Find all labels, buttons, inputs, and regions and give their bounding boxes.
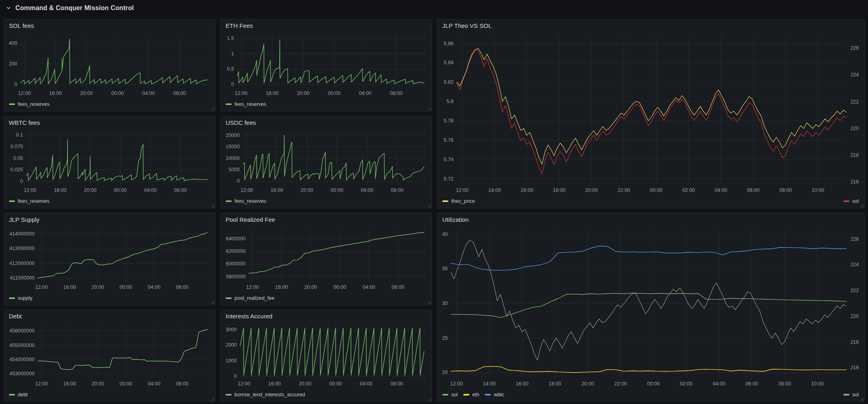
panel-resize-handle[interactable] (210, 397, 214, 401)
chart-eth-fees[interactable]: 00.511.512:0016:0020:0000:0004:0008:00 (223, 32, 430, 98)
svg-text:02:00: 02:00 (682, 187, 695, 193)
legend-series-color-chip (9, 103, 15, 105)
svg-text:00:00: 00:00 (650, 187, 663, 193)
svg-text:20:00: 20:00 (299, 381, 311, 387)
svg-text:20:00: 20:00 (91, 284, 104, 290)
panel-title-button[interactable]: JLP Theo VS SOL (437, 19, 864, 32)
legend-series-color-chip (226, 297, 232, 299)
panel-resize-handle[interactable] (210, 203, 214, 207)
panel-resize-handle[interactable] (860, 397, 864, 401)
legend-series-color-chip (226, 103, 232, 105)
legend-item-sol[interactable]: sol (843, 392, 859, 398)
svg-text:20:00: 20:00 (297, 90, 309, 96)
legend-item-wbtc[interactable]: wbtc (485, 392, 504, 398)
legend-item-fees_reserves[interactable]: fees_reserves (226, 198, 266, 204)
panel-resize-handle[interactable] (427, 397, 431, 401)
panel-title-button[interactable]: USDC fees (221, 116, 432, 128)
legend-item-borrow_lend_interests_accured[interactable]: borrow_lend_interests_accured (226, 392, 305, 398)
chart-pool-realized-fee[interactable]: 580000060000006200000640000012:0016:0020… (223, 225, 430, 292)
legend-item-pool_realized_fee[interactable]: pool_realized_fee (226, 295, 275, 301)
chevron-down-icon[interactable] (6, 5, 11, 11)
panel-title-button[interactable]: ETH Fees (221, 19, 432, 32)
chart-jlp-supply[interactable]: 41100000041200000041300000041400000012:0… (6, 225, 213, 292)
svg-text:16:00: 16:00 (63, 284, 76, 290)
panel-resize-handle[interactable] (210, 300, 214, 304)
svg-text:224: 224 (850, 72, 859, 78)
panel-resize-handle[interactable] (427, 106, 431, 110)
svg-text:22:00: 22:00 (614, 381, 627, 387)
svg-text:04:00: 04:00 (361, 187, 373, 193)
legend-eth-fees: fees_reserves (226, 100, 426, 108)
svg-text:14:00: 14:00 (488, 187, 501, 193)
chart-interests-accured[interactable]: 010002000300012:0016:0020:0000:0004:0008… (223, 322, 430, 389)
svg-text:16:00: 16:00 (63, 381, 76, 387)
svg-text:08:00: 08:00 (390, 90, 402, 96)
legend-series-name: eth (472, 392, 479, 398)
svg-text:1.5: 1.5 (227, 36, 234, 41)
legend-item-supply[interactable]: supply (9, 295, 32, 301)
chart-usdc-fees[interactable]: 0500010000150002000012:0016:0020:0000:00… (223, 128, 430, 195)
svg-text:00:00: 00:00 (647, 381, 659, 387)
panel-title-button[interactable]: WBTC fees (4, 116, 215, 128)
svg-text:08:00: 08:00 (778, 381, 791, 387)
svg-text:00:00: 00:00 (114, 187, 127, 193)
legend-item-fees_reserves[interactable]: fees_reserves (9, 198, 50, 204)
panel-title-button[interactable]: SOL fees (4, 19, 215, 32)
chart-sol-fees[interactable]: 020040012:0016:0020:0000:0004:0008:00 (6, 32, 213, 98)
legend-item-debt[interactable]: debt (9, 392, 27, 398)
svg-text:40: 40 (442, 231, 448, 237)
svg-text:413000000: 413000000 (9, 246, 35, 251)
svg-text:5.76: 5.76 (444, 137, 453, 143)
svg-text:3000: 3000 (226, 327, 237, 332)
legend-series-name: sol (852, 392, 859, 398)
panel-resize-handle[interactable] (427, 300, 431, 304)
panel-title-button[interactable]: JLP Supply (4, 213, 215, 225)
panel-title: JLP Supply (9, 216, 40, 223)
legend-item-sol[interactable]: sol (843, 198, 859, 204)
panel-resize-handle[interactable] (210, 106, 214, 110)
svg-text:16:00: 16:00 (516, 381, 528, 387)
panel-resize-handle[interactable] (427, 203, 431, 207)
svg-text:04:00: 04:00 (360, 381, 372, 387)
svg-text:222: 222 (850, 99, 859, 105)
svg-text:200: 200 (9, 61, 17, 67)
panel-title-button[interactable]: Utilization (437, 213, 864, 225)
svg-text:20: 20 (442, 370, 448, 375)
panel-title-button[interactable]: Debt (4, 310, 215, 322)
legend-item-fees_reserves[interactable]: fees_reserves (9, 101, 50, 107)
panel-interests-accured: Interests Accured 010002000300012:0016:0… (220, 309, 432, 402)
panel-title-button[interactable]: Pool Realized Fee (221, 213, 432, 225)
svg-text:2000: 2000 (226, 342, 237, 348)
svg-text:0.025: 0.025 (11, 167, 23, 173)
legend-item-eth[interactable]: eth (463, 392, 479, 398)
panel-title: WBTC fees (9, 119, 40, 126)
chart-wbtc-fees[interactable]: 00.0250.050.0750.112:0016:0020:0000:0004… (6, 128, 213, 195)
legend-item-sol[interactable]: sol (442, 392, 458, 398)
svg-text:00:00: 00:00 (111, 90, 124, 96)
chart-jlp-theo-vs-sol[interactable]: 5.725.745.765.785.85.825.845.86216218220… (439, 32, 862, 195)
legend-item-theo_price[interactable]: theo_price (442, 198, 475, 204)
svg-text:454000000: 454000000 (9, 357, 35, 362)
panel-resize-handle[interactable] (860, 203, 864, 207)
panel-title-button[interactable]: Interests Accured (221, 310, 432, 322)
svg-text:1000: 1000 (226, 358, 237, 364)
legend-series-name: wbtc (494, 392, 504, 398)
svg-text:12:00: 12:00 (24, 187, 36, 193)
legend-series-color-chip (463, 394, 469, 396)
legend-series-color-chip (843, 200, 849, 202)
svg-text:220: 220 (850, 314, 859, 319)
chart-utilization[interactable]: 202530354021621822022222422612:0014:0016… (439, 225, 862, 389)
svg-text:08:00: 08:00 (174, 187, 187, 193)
svg-text:16:00: 16:00 (266, 90, 278, 96)
svg-text:5.82: 5.82 (444, 79, 453, 85)
panel-title: Interests Accured (226, 313, 272, 320)
panel-usdc-fees: USDC fees 0500010000150002000012:0016:00… (220, 116, 432, 208)
dashboard-row-header[interactable]: Command & Conquer Mission Control (0, 0, 868, 16)
svg-text:04:00: 04:00 (144, 187, 156, 193)
svg-text:12:00: 12:00 (235, 90, 247, 96)
svg-text:10000: 10000 (226, 156, 240, 161)
svg-text:04:00: 04:00 (714, 187, 727, 193)
legend-item-fees_reserves[interactable]: fees_reserves (226, 101, 266, 107)
chart-debt[interactable]: 45300000045400000045500000045600000012:0… (6, 322, 213, 389)
svg-text:5.86: 5.86 (444, 41, 453, 46)
